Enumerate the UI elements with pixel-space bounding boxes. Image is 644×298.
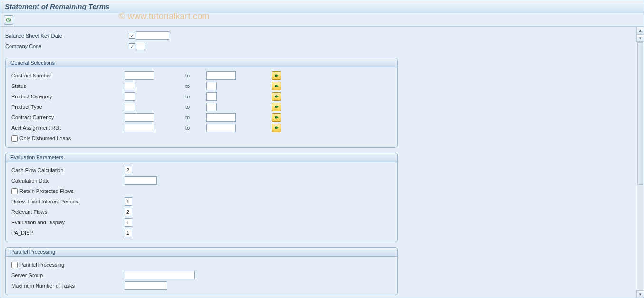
arrow-right-icon — [274, 74, 279, 77]
selection-label: Product Type — [11, 104, 125, 110]
to-label: to — [185, 104, 206, 110]
selection-to-input[interactable] — [206, 71, 236, 80]
balance-sheet-key-date-input[interactable] — [136, 31, 169, 40]
scroll-down-step-button[interactable]: ▼ — [636, 34, 644, 42]
company-code-input[interactable] — [136, 42, 145, 50]
required-indicator-icon: ✓ — [129, 33, 135, 39]
eval-display-label: Evaluation and Display — [11, 220, 125, 225]
pa-disp-label: PA_DISP — [11, 230, 125, 236]
selection-to-input[interactable] — [206, 92, 217, 101]
selection-row: Contract Currencyto — [11, 112, 392, 123]
arrow-right-icon — [274, 95, 279, 98]
calc-date-label: Calculation Date — [11, 178, 125, 183]
arrow-right-icon — [274, 126, 279, 130]
relevant-flows-label: Relevant Flows — [11, 209, 125, 215]
selection-to-input[interactable] — [206, 103, 217, 111]
scroll-up-button[interactable]: ▲ — [636, 27, 644, 34]
multiple-selection-button[interactable] — [272, 103, 281, 111]
cash-flow-calc-label: Cash Flow Calculation — [11, 167, 125, 173]
selection-from-input[interactable] — [125, 103, 135, 111]
group-title-evaluation-parameters: Evaluation Parameters — [6, 153, 397, 162]
to-label: to — [185, 94, 206, 99]
page-title: Statement of Remaining Terms — [0, 0, 644, 13]
cash-flow-calc-input[interactable] — [125, 166, 132, 174]
to-label: to — [185, 73, 206, 78]
toolbar — [0, 13, 644, 27]
selection-row: Acct Assignment Ref.to — [11, 123, 392, 133]
max-tasks-input[interactable] — [125, 281, 167, 290]
selection-from-input[interactable] — [125, 124, 154, 132]
to-label: to — [185, 83, 206, 89]
group-title-general-selections: General Selections — [6, 58, 397, 67]
selection-label: Acct Assignment Ref. — [11, 125, 125, 131]
selection-from-input[interactable] — [125, 113, 154, 122]
required-indicator-icon: ✓ — [129, 43, 135, 49]
scroll-thumb[interactable] — [637, 42, 643, 185]
company-code-label: Company Code — [5, 43, 129, 49]
multiple-selection-button[interactable] — [272, 92, 281, 101]
selection-to-input[interactable] — [206, 113, 236, 122]
selection-row: Product Typeto — [11, 102, 392, 112]
multiple-selection-button[interactable] — [272, 71, 281, 80]
calc-date-input[interactable] — [125, 176, 157, 185]
parallel-processing-checkbox[interactable] — [11, 262, 18, 268]
fixed-interest-input[interactable] — [125, 197, 132, 206]
retain-protected-label: Retain Protected Flows — [19, 188, 74, 194]
multiple-selection-button[interactable] — [272, 82, 281, 90]
selection-from-input[interactable] — [125, 71, 154, 80]
only-disbursed-checkbox[interactable] — [11, 135, 18, 142]
selection-from-input[interactable] — [125, 82, 135, 90]
server-group-label: Server Group — [11, 272, 125, 278]
multiple-selection-button[interactable] — [272, 113, 281, 122]
selection-label: Contract Number — [11, 73, 125, 78]
max-tasks-label: Maximum Number of Tasks — [11, 283, 125, 288]
group-evaluation-parameters: Evaluation Parameters Cash Flow Calculat… — [5, 153, 398, 242]
to-label: to — [185, 125, 206, 131]
fixed-interest-label: Relev. Fixed Interest Periods — [11, 199, 125, 204]
selection-to-input[interactable] — [206, 124, 236, 132]
selection-label: Status — [11, 83, 125, 89]
arrow-right-icon — [274, 84, 279, 88]
server-group-input[interactable] — [125, 271, 195, 279]
selection-to-input[interactable] — [206, 82, 217, 90]
content-area: Balance Sheet Key Date ✓ Company Code ✓ … — [0, 27, 636, 298]
only-disbursed-label: Only Disbursed Loans — [19, 135, 71, 141]
scroll-down-button[interactable]: ▼ — [636, 290, 644, 298]
eval-display-input[interactable] — [125, 218, 132, 227]
selection-row: Product Categoryto — [11, 91, 392, 102]
selection-row: Contract Numberto — [11, 70, 392, 81]
group-title-parallel-processing: Parallel Processing — [6, 248, 397, 257]
balance-sheet-key-date-label: Balance Sheet Key Date — [5, 33, 129, 38]
pa-disp-input[interactable] — [125, 229, 132, 237]
arrow-right-icon — [274, 115, 279, 119]
parallel-processing-label: Parallel Processing — [19, 262, 64, 268]
retain-protected-checkbox[interactable] — [11, 188, 18, 194]
to-label: to — [185, 115, 206, 120]
vertical-scrollbar[interactable]: ▲ ▼ ▼ — [636, 27, 644, 298]
relevant-flows-input[interactable] — [125, 208, 132, 216]
execute-icon — [6, 17, 11, 23]
selection-row: Statusto — [11, 81, 392, 91]
selection-from-input[interactable] — [125, 92, 135, 101]
group-parallel-processing: Parallel Processing Parallel Processing … — [5, 247, 398, 295]
selection-label: Product Category — [11, 94, 125, 99]
execute-button[interactable] — [4, 15, 13, 25]
selection-label: Contract Currency — [11, 115, 125, 120]
multiple-selection-button[interactable] — [272, 124, 281, 132]
group-general-selections: General Selections Contract NumbertoStat… — [5, 58, 398, 148]
arrow-right-icon — [274, 105, 279, 109]
